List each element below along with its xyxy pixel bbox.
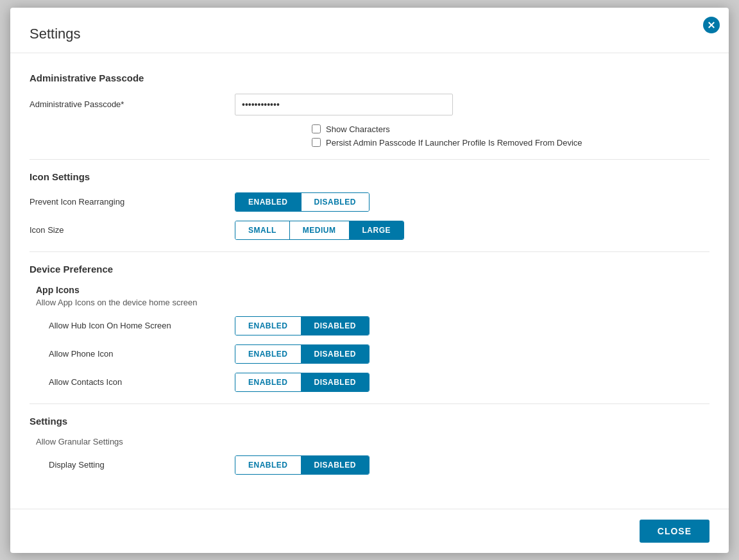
app-icons-desc: Allow App Icons on the device home scree… (30, 298, 709, 307)
divider-2 (30, 251, 709, 252)
icon-size-row: Icon Size SMALL MEDIUM LARGE (30, 221, 709, 240)
granular-settings-section: Settings Allow Granular Settings Display… (30, 416, 709, 475)
icon-size-toggle: SMALL MEDIUM LARGE (235, 221, 404, 240)
display-setting-label: Display Setting (30, 460, 235, 470)
prevent-rearranging-enabled-btn[interactable]: ENABLED (235, 193, 302, 211)
app-icons-subheader: App Icons (30, 285, 709, 295)
device-preference-header: Device Preference (30, 264, 709, 275)
settings-section-header: Settings (30, 416, 709, 427)
persist-passcode-label: Persist Admin Passcode If Launcher Profi… (326, 138, 582, 148)
phone-icon-toggle: ENABLED DISABLED (235, 344, 370, 364)
hub-icon-toggle: ENABLED DISABLED (235, 316, 370, 335)
device-preference-section: Device Preference App Icons Allow App Ic… (30, 264, 709, 392)
modal-title: Settings (10, 8, 729, 53)
admin-passcode-section: Administrative Passcode Administrative P… (30, 72, 709, 148)
icon-settings-header: Icon Settings (30, 171, 709, 182)
show-characters-row: Show Characters (312, 124, 709, 134)
hub-icon-label: Allow Hub Icon On Home Screen (30, 321, 235, 330)
prevent-rearranging-row: Prevent Icon Rearranging ENABLED DISABLE… (30, 192, 709, 212)
hub-icon-disabled-btn[interactable]: DISABLED (302, 317, 369, 335)
settings-modal: Settings Administrative Passcode Adminis… (10, 8, 729, 553)
icon-size-medium-btn[interactable]: MEDIUM (290, 221, 350, 239)
modal-x-close-button[interactable] (703, 17, 720, 33)
display-setting-toggle: ENABLED DISABLED (235, 455, 370, 475)
contacts-icon-row: Allow Contacts Icon ENABLED DISABLED (30, 373, 709, 392)
passcode-label: Administrative Passcode* (30, 99, 235, 109)
phone-icon-row: Allow Phone Icon ENABLED DISABLED (30, 344, 709, 364)
passcode-input[interactable] (235, 94, 453, 115)
modal-body: Administrative Passcode Administrative P… (10, 53, 729, 509)
icon-size-label: Icon Size (30, 225, 235, 235)
phone-icon-label: Allow Phone Icon (30, 349, 235, 359)
passcode-row: Administrative Passcode* (30, 94, 709, 115)
divider-1 (30, 159, 709, 160)
passcode-options: Show Characters Persist Admin Passcode I… (312, 124, 709, 148)
modal-footer: CLOSE (10, 509, 729, 553)
show-characters-checkbox[interactable] (312, 124, 321, 133)
divider-3 (30, 403, 709, 404)
close-button[interactable]: CLOSE (640, 520, 709, 543)
contacts-icon-enabled-btn[interactable]: ENABLED (235, 373, 302, 391)
hub-icon-enabled-btn[interactable]: ENABLED (235, 317, 302, 335)
prevent-rearranging-label: Prevent Icon Rearranging (30, 197, 235, 207)
prevent-rearranging-toggle: ENABLED DISABLED (235, 192, 370, 212)
prevent-rearranging-disabled-btn[interactable]: DISABLED (302, 193, 369, 211)
icon-settings-section: Icon Settings Prevent Icon Rearranging E… (30, 171, 709, 240)
contacts-icon-disabled-btn[interactable]: DISABLED (302, 373, 369, 391)
persist-passcode-checkbox[interactable] (312, 138, 321, 147)
phone-icon-disabled-btn[interactable]: DISABLED (302, 345, 369, 363)
icon-size-large-btn[interactable]: LARGE (350, 221, 404, 239)
icon-size-small-btn[interactable]: SMALL (235, 221, 290, 239)
persist-passcode-row: Persist Admin Passcode If Launcher Profi… (312, 138, 709, 148)
hub-icon-row: Allow Hub Icon On Home Screen ENABLED DI… (30, 316, 709, 335)
display-setting-disabled-btn[interactable]: DISABLED (302, 456, 369, 474)
show-characters-label: Show Characters (326, 124, 390, 134)
display-setting-row: Display Setting ENABLED DISABLED (30, 455, 709, 475)
contacts-icon-label: Allow Contacts Icon (30, 377, 235, 387)
granular-desc: Allow Granular Settings (30, 437, 709, 446)
contacts-icon-toggle: ENABLED DISABLED (235, 373, 370, 392)
admin-passcode-header: Administrative Passcode (30, 72, 709, 83)
display-setting-enabled-btn[interactable]: ENABLED (235, 456, 302, 474)
phone-icon-enabled-btn[interactable]: ENABLED (235, 345, 302, 363)
